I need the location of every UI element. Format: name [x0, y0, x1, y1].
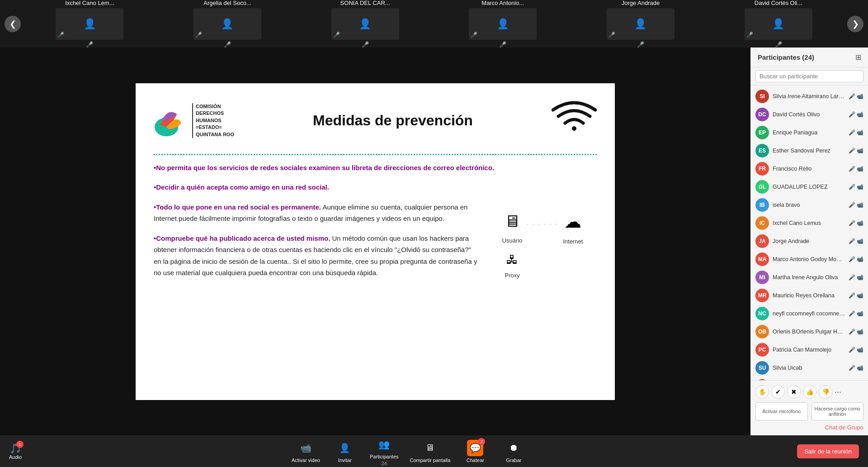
mute-icon: 🎤 [499, 41, 506, 48]
avatar: JA [755, 234, 769, 248]
list-item[interactable]: GL GUADALUPE LOPEZ 🎤 📹 [751, 178, 868, 196]
invite-button[interactable]: 👤 Invitar [331, 440, 359, 463]
footer-action-btn-1[interactable]: Hacerse cargo como anfitrión [811, 402, 864, 420]
monitor-icon: 🖥 [502, 207, 523, 235]
participant-thumb-1: Argelia del Soco... 👤 🎤 🎤 [191, 0, 264, 48]
cloud-icon: ☁ [563, 207, 583, 237]
more-reactions-btn[interactable]: ··· [835, 387, 841, 397]
search-input[interactable] [755, 70, 863, 82]
video-button[interactable]: 📹 Activar video [292, 440, 320, 463]
panel-header: Participantes (24) ⊞ [751, 48, 868, 67]
slide-body: •No permita que los servicios de redes s… [154, 162, 597, 287]
main-area: COMISIÓN DERECHOS HUMANOS =ESTADO= QUINT… [0, 48, 868, 435]
right-panel: Participantes (24) ⊞ SI Silvia Irene Alt… [750, 48, 868, 435]
participant-thumb-name: Ixchel Cano Lem... [65, 0, 114, 6]
chat-button[interactable]: 💬 2 Chatear [462, 440, 489, 463]
participant-name: Marco Antonio Godoy Montal... [773, 256, 845, 262]
participant-video-box: 👤 🎤 [331, 8, 399, 40]
mute-action-icon: 🎤 [849, 184, 855, 190]
participant-name: David Cortés Olivo [773, 111, 845, 118]
chat-icon: 💬 2 [467, 440, 483, 456]
participant-name: GUADALUPE LOPEZ [773, 184, 845, 190]
list-item[interactable]: IB isela bravo 🎤 📹 [751, 196, 868, 214]
participant-name: isela bravo [773, 202, 845, 208]
mute-action-icon: 🎤 [849, 292, 855, 299]
participant-name: Patricia Can Marmolejo [773, 347, 845, 353]
video-action-icon: 📹 [857, 184, 863, 190]
video-action-icon: 📹 [857, 365, 863, 371]
list-item[interactable]: JA Jorge Andrade 🎤 📹 [751, 232, 868, 250]
participant-thumb-5: David Cortés Oli... 👤 🎤 🎤 [742, 0, 815, 48]
list-item[interactable]: MR Mauricio Reyes Orellana 🎤 📹 [751, 286, 868, 305]
avatar: ES [755, 144, 769, 157]
slide-logo: COMISIÓN DERECHOS HUMANOS =ESTADO= QUINT… [154, 103, 234, 138]
reaction-btn-3[interactable]: 👍 [803, 385, 816, 399]
avatar: SU [755, 361, 769, 375]
bullet-2: •Decidir a quién acepta como amigo en un… [154, 181, 597, 193]
list-item[interactable]: SU Silvia Uicab 🎤 📹 [751, 359, 868, 377]
list-item[interactable]: MI Martha Irene Angulo Oliva 🎤 📹 [751, 268, 868, 286]
reaction-btn-2[interactable]: ✖ [787, 385, 801, 399]
share-icon: 🖥 [422, 440, 438, 456]
list-item[interactable]: ES Esther Sandoval Perez 🎤 📹 [751, 142, 868, 160]
list-item[interactable]: EP Enrique Paniagua 🎤 📹 [751, 124, 868, 142]
reaction-btn-1[interactable]: ✔ [771, 385, 785, 399]
list-item[interactable]: DC David Cortés Olivo 🎤 📹 [751, 105, 868, 124]
participant-actions: 🎤 📹 [849, 166, 863, 172]
logo-image [154, 104, 188, 138]
panel-footer: ✋✔✖👍👎··· Activar micrófonoHacerse cargo … [751, 380, 868, 435]
mute-action-icon: 🎤 [849, 274, 855, 281]
avatar: DC [755, 108, 769, 121]
participant-thumb-0: Ixchel Cano Lem... 👤 🎤 🎤 [53, 0, 126, 48]
reaction-btn-0[interactable]: ✋ [755, 385, 769, 399]
video-action-icon: 📹 [857, 256, 863, 262]
logo-text: COMISIÓN DERECHOS HUMANOS =ESTADO= QUINT… [192, 103, 234, 138]
record-button[interactable]: ⏺ Grabar [500, 440, 527, 463]
audio-icon: 🎵 1 [9, 443, 22, 454]
participant-actions: 🎤 📹 [849, 365, 863, 371]
panel-grid-icon[interactable]: ⊞ [855, 53, 861, 62]
audio-badge: 1 [16, 441, 24, 448]
leave-button[interactable]: Salir de la reunión [797, 444, 859, 458]
reaction-btn-4[interactable]: 👎 [819, 385, 832, 399]
diagram-boxes: 🖥 Usuário 🖧 Proxy · · · · · · ☁ Inte [502, 207, 583, 281]
video-action-icon: 📹 [857, 148, 863, 154]
prev-participant-btn[interactable]: ❮ [5, 16, 21, 32]
panel-title: Participantes (24) [758, 53, 814, 61]
participant-name: Francisco Rello [773, 166, 845, 172]
audio-button[interactable]: 🎵 1 Audio [9, 443, 22, 460]
video-action-icon: 📹 [857, 129, 863, 136]
participant-actions: 🎤 📹 [849, 238, 863, 244]
list-item[interactable]: PC Patricia Can Marmolejo 🎤 📹 [751, 341, 868, 359]
avatar: IB [755, 198, 769, 212]
participants-button[interactable]: 👥 Participantes 24 [370, 436, 399, 466]
mute-icon: 🎤 [86, 41, 93, 48]
participant-actions: 🎤 📹 [849, 184, 863, 190]
bottom-toolbar: 🎵 1 Audio 📹 Activar video 👤 Invitar 👥 Pa… [0, 435, 868, 467]
share-button[interactable]: 🖥 Compartir pantalla [410, 440, 451, 463]
video-action-icon: 📹 [857, 238, 863, 244]
bullet-3-highlight: •Todo lo que pone en una red social es p… [154, 203, 321, 211]
list-item[interactable]: SD SONIA DEL CARMEN YAM HE... 🎤 📹 [751, 377, 868, 380]
list-item[interactable]: NC neyfi cocomneyfi cocomneyfi ... 🎤 📹 [751, 305, 868, 323]
participant-name: Silvia Irene Altamirano Lara (Mi ID) [773, 93, 845, 100]
list-item[interactable]: MA Marco Antonio Godoy Montal... 🎤 📹 [751, 250, 868, 268]
mute-action-icon: 🎤 [849, 111, 855, 118]
list-item[interactable]: OB Orlenis BOrlenis Pulgar Hoyer 🎤 📹 [751, 323, 868, 341]
mute-action-icon: 🎤 [849, 365, 855, 371]
video-action-icon: 📹 [857, 347, 863, 353]
participant-actions: 🎤 📹 [849, 111, 863, 118]
chat-badge: 2 [478, 438, 485, 445]
mute-action-icon: 🎤 [849, 329, 855, 335]
footer-action-btn-0[interactable]: Activar micrófono [755, 402, 808, 420]
invite-icon: 👤 [337, 440, 353, 456]
avatar: PC [755, 343, 769, 357]
list-item[interactable]: SI Silvia Irene Altamirano Lara (Mi ID) … [751, 87, 868, 105]
chat-group-label[interactable]: Chat de Grupo [755, 424, 863, 431]
mute-action-icon: 🎤 [849, 220, 855, 226]
list-item[interactable]: FR Francisco Rello 🎤 📹 [751, 160, 868, 178]
next-participant-btn[interactable]: ❯ [847, 16, 863, 32]
muted-indicator: 🎤 [609, 32, 615, 38]
list-item[interactable]: IC Ixchel Cano Lemus 🎤 📹 [751, 214, 868, 232]
participant-name: Enrique Paniagua [773, 129, 845, 136]
